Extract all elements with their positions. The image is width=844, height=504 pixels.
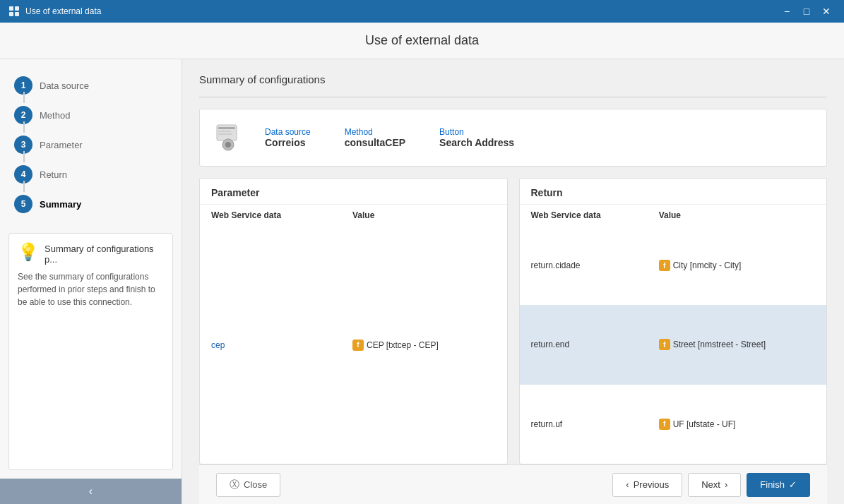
- tip-title: Summary of configurations p...: [44, 244, 164, 265]
- tip-body: See the summary of configurations perfor…: [18, 270, 164, 308]
- sidebar-toggle-button[interactable]: ‹: [0, 479, 182, 504]
- check-icon: ✓: [789, 479, 797, 490]
- svg-point-9: [225, 142, 231, 148]
- section-divider: [199, 97, 827, 97]
- button-label: Button: [439, 127, 514, 137]
- return-col-value: Value: [648, 205, 826, 226]
- step-4[interactable]: 4 Return: [14, 160, 182, 189]
- content-area: Summary of configurations Data source Co…: [182, 59, 844, 504]
- svg-rect-2: [9, 12, 13, 16]
- field-icon: f: [659, 339, 670, 350]
- summary-button: Button Search Address: [439, 127, 514, 148]
- button-value: Search Address: [439, 137, 514, 148]
- tip-box: 💡 Summary of configurations p... See the…: [8, 233, 173, 470]
- tip-header: 💡 Summary of configurations p...: [18, 244, 164, 265]
- return-value-cell: f UF [ufstate - UF]: [648, 385, 826, 464]
- tip-icon: 💡: [18, 244, 39, 260]
- minimize-button[interactable]: −: [778, 4, 796, 18]
- field-icon: f: [352, 340, 364, 351]
- datasource-value: Correios: [265, 137, 311, 148]
- chevron-left-icon: ‹: [89, 485, 93, 498]
- dialog-header: Use of external data: [0, 23, 844, 59]
- finish-button[interactable]: Finish ✓: [747, 473, 810, 497]
- window-controls: − □ ✕: [778, 4, 836, 18]
- chevron-right-icon: ›: [725, 479, 727, 490]
- step-3-circle: 3: [14, 136, 32, 154]
- svg-rect-7: [218, 133, 232, 135]
- svg-rect-5: [218, 127, 235, 129]
- parameter-table-box: Parameter Web Service data Value cep f C…: [199, 178, 508, 464]
- close-icon: Ⓧ: [230, 479, 239, 491]
- step-4-label: Return: [40, 169, 67, 180]
- footer: Ⓧ Close ‹ Previous Next › Finish ✓: [199, 464, 827, 504]
- step-1-circle: 1: [14, 76, 32, 95]
- parameter-table: Web Service data Value cep f CEP [txtcep…: [200, 205, 507, 464]
- summary-method: Method consultaCEP: [345, 127, 405, 148]
- maximize-button[interactable]: □: [797, 4, 816, 18]
- return-value-cell: f Street [nmstreet - Street]: [648, 305, 826, 384]
- return-webservice-cell: return.cidade: [520, 226, 648, 305]
- return-value-cell: f City [nmcity - City]: [648, 226, 826, 305]
- title-bar: Use of external data − □ ✕: [0, 0, 844, 23]
- step-4-circle: 4: [14, 165, 32, 184]
- dialog-title: Use of external data: [365, 33, 479, 48]
- summary-card-icon: [214, 121, 248, 155]
- step-3-label: Parameter: [40, 140, 83, 150]
- footer-left: Ⓧ Close: [216, 473, 280, 497]
- dialog-body: 1 Data source 2 Method 3 Parameter 4 Ret…: [0, 59, 844, 504]
- svg-rect-1: [15, 6, 19, 11]
- summary-fields: Data source Correios Method consultaCEP …: [265, 127, 812, 148]
- step-2[interactable]: 2 Method: [14, 100, 182, 130]
- field-icon: f: [659, 260, 670, 271]
- return-table-title: Return: [520, 179, 827, 205]
- chevron-left-icon: ‹: [626, 479, 629, 490]
- sidebar: 1 Data source 2 Method 3 Parameter 4 Ret…: [0, 59, 182, 504]
- step-1[interactable]: 1 Data source: [14, 71, 182, 100]
- step-5-circle: 5: [14, 195, 32, 213]
- param-col-value: Value: [341, 205, 507, 226]
- return-webservice-cell: return.end: [520, 305, 648, 384]
- return-table-box: Return Web Service data Value return.cid…: [519, 178, 828, 464]
- next-button[interactable]: Next ›: [688, 473, 741, 497]
- title-bar-text: Use of external data: [25, 6, 778, 16]
- param-webservice-cell: cep: [200, 226, 341, 464]
- datasource-label: Data source: [265, 127, 311, 137]
- close-window-button[interactable]: ✕: [817, 4, 836, 18]
- table-row: return.end f Street [nmstreet - Street]: [520, 305, 827, 384]
- step-3[interactable]: 3 Parameter: [14, 130, 182, 160]
- field-icon: f: [659, 419, 670, 430]
- step-2-circle: 2: [14, 106, 32, 124]
- table-row: return.cidade f City [nmcity - City]: [520, 226, 827, 305]
- table-row: cep f CEP [txtcep - CEP]: [200, 226, 507, 464]
- step-5[interactable]: 5 Summary: [14, 189, 182, 219]
- section-title: Summary of configurations: [199, 73, 827, 85]
- return-col-webservice: Web Service data: [520, 205, 648, 226]
- summary-datasource: Data source Correios: [265, 127, 311, 148]
- method-label: Method: [345, 127, 405, 137]
- table-row: return.uf f UF [ufstate - UF]: [520, 385, 827, 464]
- step-2-label: Method: [40, 110, 70, 121]
- app-icon: [8, 6, 20, 17]
- footer-right: ‹ Previous Next › Finish ✓: [612, 473, 810, 497]
- method-value: consultaCEP: [345, 137, 405, 148]
- step-1-label: Data source: [40, 80, 89, 91]
- previous-button[interactable]: ‹ Previous: [612, 473, 682, 497]
- summary-card: Data source Correios Method consultaCEP …: [199, 109, 827, 167]
- close-button[interactable]: Ⓧ Close: [216, 473, 280, 497]
- step-5-label: Summary: [40, 199, 81, 210]
- parameter-table-title: Parameter: [200, 179, 507, 205]
- svg-rect-6: [218, 131, 231, 132]
- svg-rect-3: [15, 12, 19, 16]
- return-table: Web Service data Value return.cidade f C…: [520, 205, 827, 464]
- svg-rect-0: [9, 6, 13, 11]
- return-webservice-cell: return.uf: [520, 385, 648, 464]
- param-col-webservice: Web Service data: [200, 205, 341, 226]
- tables-area: Parameter Web Service data Value cep f C…: [199, 178, 827, 464]
- param-value-cell: f CEP [txtcep - CEP]: [341, 226, 507, 464]
- steps-list: 1 Data source 2 Method 3 Parameter 4 Ret…: [0, 71, 182, 219]
